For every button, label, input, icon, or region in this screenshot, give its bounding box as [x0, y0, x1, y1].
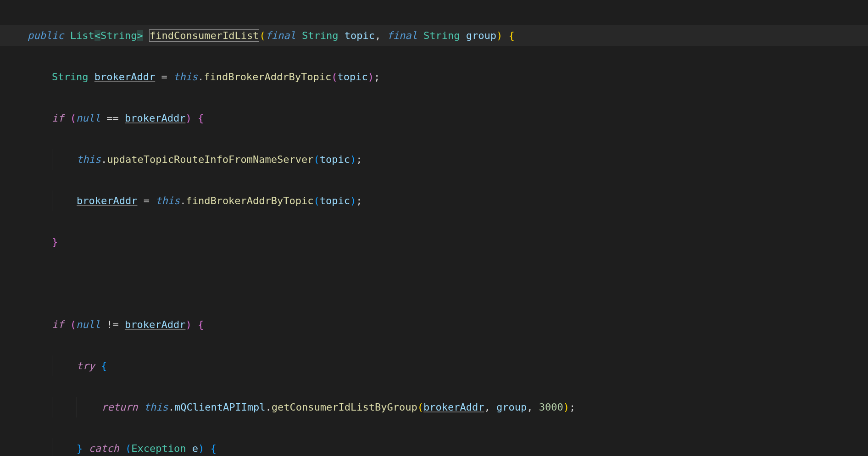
method-call: getConsumerIdListByGroup	[272, 401, 417, 413]
code-line[interactable]: String brokerAddr = this.findBrokerAddrB…	[0, 67, 868, 87]
type-exception: Exception	[131, 443, 186, 454]
var-brokeraddr: brokerAddr	[77, 195, 137, 206]
indent-guide	[52, 397, 52, 417]
keyword-this: this	[144, 401, 168, 413]
op-assign: =	[161, 71, 167, 83]
arg-topic: topic	[320, 195, 350, 206]
paren-open: (	[259, 30, 265, 41]
method-call: findBrokerAddrByTopic	[186, 195, 313, 206]
type-string: String	[100, 30, 137, 41]
arg-topic: topic	[320, 154, 350, 165]
code-line[interactable]: try {	[0, 356, 868, 376]
semicolon: ;	[569, 401, 575, 413]
code-line[interactable]: brokerAddr = this.findBrokerAddrByTopic(…	[0, 190, 868, 211]
type-list: List	[70, 30, 95, 41]
dot: .	[266, 401, 272, 413]
type-string: String	[302, 30, 338, 41]
paren-open: (	[314, 154, 320, 165]
method-name-boxed: findConsumerIdList	[149, 29, 259, 42]
code-line[interactable]: return this.mQClientAPIImpl.getConsumerI…	[0, 397, 868, 417]
comma: ,	[527, 401, 533, 413]
brace-open: {	[509, 30, 515, 41]
arg-topic: topic	[338, 71, 368, 83]
angle-close: >	[137, 30, 143, 41]
paren-open: (	[125, 443, 131, 454]
paren-close: )	[185, 319, 191, 330]
brace-open: {	[198, 112, 204, 124]
paren-close: )	[185, 112, 191, 124]
keyword-this: this	[156, 195, 180, 206]
keyword-try: try	[77, 360, 95, 372]
code-line[interactable]: this.updateTopicRouteInfoFromNameServer(…	[0, 149, 868, 170]
op-assign: =	[144, 195, 150, 206]
paren-close: )	[350, 195, 356, 206]
indent-guide	[52, 149, 52, 170]
param-topic: topic	[345, 30, 375, 41]
keyword-catch: catch	[89, 443, 119, 454]
dot: .	[168, 401, 174, 413]
keyword-return: return	[101, 401, 138, 413]
keyword-this: this	[173, 71, 198, 83]
type-string: String	[423, 30, 460, 41]
op-neq: !=	[106, 319, 119, 330]
code-line[interactable]: if (null != brokerAddr) {	[0, 314, 868, 335]
brace-open: {	[210, 443, 216, 454]
keyword-final: final	[387, 30, 417, 41]
angle-open: <	[95, 30, 100, 41]
brace-close: }	[52, 236, 58, 248]
comma: ,	[484, 401, 490, 413]
brace-close: }	[77, 443, 83, 454]
num-literal: 3000	[539, 401, 563, 413]
semicolon: ;	[356, 195, 362, 206]
code-line[interactable]: if (null == brokerAddr) {	[0, 108, 868, 128]
var-brokeraddr: brokerAddr	[125, 112, 185, 124]
paren-open: (	[417, 401, 423, 413]
prop-mqclient: mQClientAPIImpl	[174, 401, 266, 413]
paren-open: (	[70, 112, 76, 124]
indent-guide	[52, 438, 52, 456]
brace-open: {	[198, 319, 204, 330]
paren-close: )	[563, 401, 569, 413]
code-line[interactable]: } catch (Exception e) {	[0, 438, 868, 456]
method-call: updateTopicRouteInfoFromNameServer	[107, 154, 313, 165]
method-call: findBrokerAddrByTopic	[204, 71, 331, 83]
keyword-if: if	[52, 112, 64, 124]
indent-guide	[52, 356, 52, 376]
code-line[interactable]: }	[0, 232, 868, 252]
arg-group: group	[496, 401, 527, 413]
type-string: String	[52, 71, 88, 83]
var-e: e	[192, 443, 198, 454]
dot: .	[180, 195, 186, 206]
code-editor[interactable]: public List<String> findConsumerIdList(f…	[0, 0, 868, 456]
code-line[interactable]: public List<String> findConsumerIdList(f…	[0, 25, 868, 46]
paren-close: )	[368, 71, 374, 83]
semicolon: ;	[374, 71, 380, 83]
semicolon: ;	[356, 154, 362, 165]
paren-close: )	[496, 30, 502, 41]
keyword-this: this	[77, 154, 101, 165]
paren-open: (	[314, 195, 320, 206]
var-brokeraddr: brokerAddr	[125, 319, 185, 330]
keyword-final: final	[266, 30, 296, 41]
op-eq: ==	[106, 112, 119, 124]
keyword-null: null	[76, 112, 100, 124]
param-group: group	[466, 30, 496, 41]
paren-close: )	[350, 154, 356, 165]
dot: .	[101, 154, 107, 165]
arg-brokeraddr: brokerAddr	[423, 401, 484, 413]
keyword-if: if	[52, 319, 64, 330]
code-line-empty[interactable]	[0, 273, 868, 294]
paren-open: (	[331, 71, 337, 83]
paren-open: (	[70, 319, 76, 330]
brace-open: {	[101, 360, 107, 372]
indent-guide	[52, 190, 52, 211]
comma: ,	[375, 30, 381, 41]
indent-guide	[77, 397, 77, 417]
var-brokeraddr: brokerAddr	[95, 71, 155, 83]
dot: .	[198, 71, 204, 83]
paren-close: )	[198, 443, 204, 454]
keyword-public: public	[28, 30, 64, 41]
keyword-null: null	[76, 319, 100, 330]
